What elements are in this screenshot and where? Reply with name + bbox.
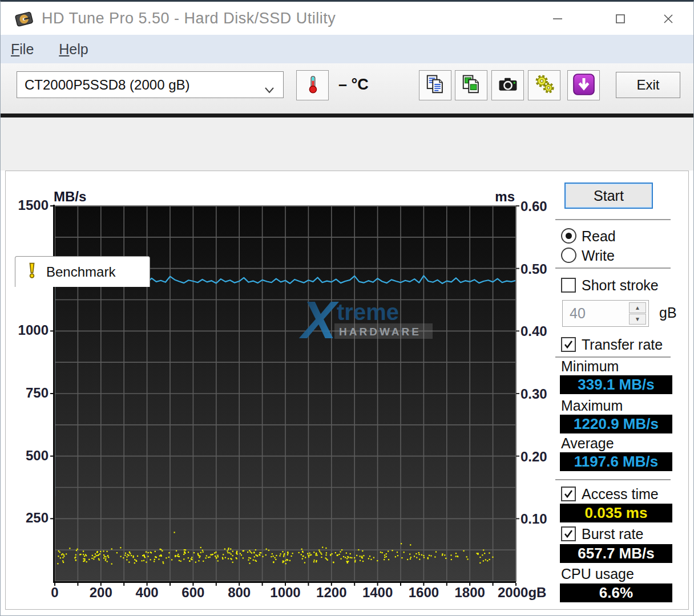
y-tick-label: 1000 <box>11 322 49 338</box>
burst-rate-label: Burst rate <box>582 526 643 542</box>
maximum-label: Maximum <box>561 398 623 414</box>
x-tick-label: 1800 <box>444 585 495 601</box>
tab-label: Benchmark <box>46 264 115 280</box>
minimum-value: 339.1 MB/s <box>560 375 672 394</box>
short-stroke-unit: gB <box>659 305 677 321</box>
benchmark-icon <box>23 261 41 283</box>
download-arrow-icon <box>571 72 596 99</box>
separator <box>555 268 671 269</box>
average-value: 1197.6 MB/s <box>560 452 672 471</box>
toolbar: CT2000P5SSD8 (2000 gB) – °C Exit <box>1 63 693 114</box>
settings-button[interactable] <box>528 70 560 100</box>
x-tick-label: 1200 <box>306 585 357 601</box>
average-label: Average <box>561 435 614 452</box>
tab-strip: File BenchmarkDisk monitorAAMRandom Acce… <box>1 117 693 171</box>
maximize-button[interactable] <box>604 9 636 29</box>
copy-text-icon <box>424 74 447 98</box>
exit-button[interactable]: Exit <box>616 72 680 98</box>
y-tick-label: 500 <box>11 448 49 464</box>
svg-text:treme: treme <box>337 299 399 325</box>
start-button[interactable]: Start <box>564 183 653 209</box>
transfer-rate-label: Transfer rate <box>582 337 663 353</box>
copy-image-icon <box>460 74 483 98</box>
maximum-value: 1220.9 MB/s <box>560 415 672 433</box>
short-stroke-input[interactable]: 40 ▲ ▼ <box>562 300 649 327</box>
read-label: Read <box>582 228 616 245</box>
close-button[interactable] <box>652 9 684 29</box>
svg-text:HARDWARE: HARDWARE <box>339 326 421 338</box>
minimize-button[interactable] <box>542 9 574 29</box>
copy-image-button[interactable] <box>455 70 487 100</box>
drive-select-dropdown[interactable]: CT2000P5SSD8 (2000 gB) <box>17 71 284 98</box>
temperature-button[interactable] <box>296 70 329 100</box>
burst-rate-value: 657.7 MB/s <box>560 544 672 563</box>
y-tick-label: 750 <box>11 385 49 401</box>
burst-rate-checkbox[interactable] <box>561 526 576 541</box>
svg-text:X: X <box>298 291 339 349</box>
y2-tick-label: 0.60 <box>520 198 547 214</box>
camera-icon <box>497 74 519 98</box>
temperature-readout: – °C <box>338 76 369 94</box>
cpu-usage-value: 6.6% <box>560 583 672 602</box>
x-tick-label: 1600 <box>398 585 449 601</box>
app-window: HD Tune Pro 5.50 - Hard Disk/SSD Utility… <box>0 0 694 616</box>
x-tick-label: 1000 <box>260 585 311 601</box>
title-bar: HD Tune Pro 5.50 - Hard Disk/SSD Utility <box>1 2 693 35</box>
x-tick-label: 400 <box>122 585 173 601</box>
thermometer-icon <box>303 73 322 98</box>
y-tick-label: 250 <box>11 510 49 526</box>
separator <box>555 479 671 480</box>
drive-select-value: CT2000P5SSD8 (2000 gB) <box>25 77 190 93</box>
y2-tick-label: 0.30 <box>520 386 547 402</box>
short-stroke-checkbox[interactable] <box>561 278 576 293</box>
cpu-usage-label: CPU usage <box>561 566 634 582</box>
access-time-value: 0.035 ms <box>560 504 672 522</box>
transfer-rate-checkbox[interactable] <box>561 337 576 352</box>
y2-tick-label: 0.10 <box>520 511 547 527</box>
short-stroke-label: Short stroke <box>582 277 659 294</box>
access-time-label: Access time <box>582 486 659 502</box>
separator <box>555 356 671 358</box>
save-results-button[interactable] <box>567 70 600 100</box>
chevron-down-icon <box>264 82 275 98</box>
read-radio-dot <box>566 233 572 239</box>
x-tick-label: 1400 <box>352 585 404 601</box>
separator <box>555 219 671 220</box>
toolbar-separator <box>1 114 693 117</box>
x-tick-label: 200 <box>75 585 127 601</box>
copy-text-button[interactable] <box>419 70 451 100</box>
write-radio[interactable] <box>561 248 576 263</box>
gears-icon <box>533 74 556 98</box>
y2-tick-label: 0.40 <box>520 323 547 339</box>
short-stroke-value: 40 <box>570 305 586 322</box>
x-tick-label: 0 <box>29 585 80 601</box>
x-tick-label: 2000gB <box>498 585 560 601</box>
menu-bar: FileHelp <box>1 35 693 63</box>
x-tick-label: 800 <box>213 585 265 601</box>
read-radio[interactable] <box>561 228 576 244</box>
access-time-checkbox[interactable] <box>561 487 576 501</box>
write-label: Write <box>582 248 615 264</box>
y-tick-label: 1500 <box>11 197 49 213</box>
x-tick-label: 600 <box>167 585 219 601</box>
minimum-label: Minimum <box>561 358 619 375</box>
screenshot-button[interactable] <box>491 70 524 100</box>
tab-benchmark[interactable]: Benchmark <box>15 256 150 287</box>
menu-help[interactable]: Help <box>59 41 88 58</box>
spin-up-button[interactable]: ▲ <box>629 302 646 313</box>
spin-down-button[interactable]: ▼ <box>629 314 646 325</box>
y2-tick-label: 0.50 <box>520 261 547 277</box>
window-title: HD Tune Pro 5.50 - Hard Disk/SSD Utility <box>42 10 336 27</box>
menu-file[interactable]: File <box>11 41 34 58</box>
hdtune-logo-icon <box>13 10 35 28</box>
y2-tick-label: 0.20 <box>520 449 547 465</box>
